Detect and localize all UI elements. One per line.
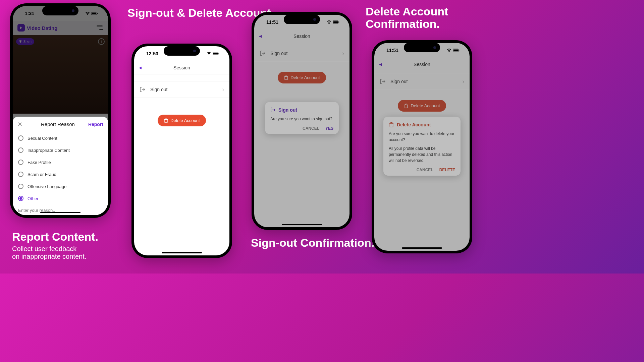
svg-rect-8 (339, 21, 339, 22)
reason-option[interactable]: Sexual Content (13, 132, 108, 144)
phone-report: 1:31 Video Dating (10, 3, 111, 218)
report-sheet: ✕ Report Reason Report Sexual Content In… (13, 117, 108, 215)
caption-title: Report Content. (12, 231, 98, 243)
back-icon[interactable]: ◂ (139, 64, 142, 71)
nav-header: ◂ Session (134, 61, 229, 74)
reason-label: Inappropriate Content (28, 148, 70, 153)
dialog-body-line: All your profile data will be permanentl… (389, 145, 455, 164)
nav-header: ◂ Session (374, 58, 470, 71)
home-indicator[interactable] (282, 224, 322, 225)
reason-label: Scam or Fraud (28, 172, 56, 177)
confirm-button[interactable]: YES (325, 126, 333, 131)
home-indicator[interactable] (402, 247, 442, 249)
delete-account-button[interactable]: Delete Account (398, 100, 446, 112)
dialog-title: Sign out (278, 107, 297, 113)
reason-option[interactable]: Scam or Fraud (13, 168, 108, 180)
delete-label: Delete Account (411, 103, 440, 108)
signout-icon (260, 50, 266, 56)
radio-icon (18, 196, 23, 201)
signout-row[interactable]: Sign out › (134, 81, 229, 98)
reason-option[interactable]: Fake Profile (13, 156, 108, 168)
radio-icon (18, 160, 23, 165)
delete-label: Delete Account (290, 75, 320, 80)
caption-subtitle-1: Collect user feedback (12, 245, 98, 253)
radio-icon (18, 172, 23, 177)
status-icons (207, 52, 219, 55)
status-time: 12:53 (146, 51, 158, 56)
chevron-right-icon: › (342, 50, 344, 57)
chevron-right-icon: › (222, 86, 224, 93)
phone-signout-confirm: 11:51 ◂ Session Sign out › Delete Accoun… (252, 12, 352, 230)
svg-rect-10 (453, 50, 458, 51)
back-icon[interactable]: ◂ (379, 61, 382, 67)
phone-notch (404, 43, 440, 52)
reason-label: Other (28, 196, 39, 201)
phone-session: 12:53 ◂ Session Sign out › Delete Accoun… (131, 44, 232, 258)
delete-button[interactable]: DELETE (439, 168, 455, 172)
sheet-header: ✕ Report Reason Report (13, 117, 108, 132)
delete-label: Delete Account (170, 118, 200, 123)
signout-label: Sign out (390, 79, 458, 84)
caption-text: Sign-out & Delete Account. (127, 7, 274, 19)
delete-dialog: Delete Account Are you sure you want to … (383, 117, 461, 176)
trash-icon (404, 104, 409, 108)
nav-header: ◂ Session (254, 29, 350, 43)
dialog-body: Are you sure you want to sign out? (270, 116, 333, 122)
svg-rect-5 (219, 53, 219, 54)
delete-account-button[interactable]: Delete Account (278, 72, 326, 83)
signout-row[interactable]: Sign out › (254, 45, 350, 62)
nav-title: Session (414, 62, 430, 67)
dialog-body-line: Are you sure you want to delete your acc… (389, 131, 455, 143)
signout-icon (270, 107, 276, 113)
caption-delete-confirm: Delete Account Confirmation. (366, 5, 488, 33)
dialog-title: Delete Account (397, 122, 431, 127)
delete-account-button[interactable]: Delete Account (158, 115, 206, 126)
trash-icon (284, 75, 288, 80)
caption-report: Report Content. Collect user feedback on… (12, 231, 98, 260)
status-icons (327, 20, 339, 24)
back-icon[interactable]: ◂ (259, 33, 262, 39)
trash-icon (164, 118, 168, 123)
signout-row[interactable]: Sign out › (374, 73, 470, 90)
svg-rect-11 (459, 50, 460, 51)
status-time: 11:51 (386, 48, 398, 53)
phone-delete-confirm: 11:51 ◂ Session Sign out › Delete Accoun… (372, 40, 472, 253)
home-indicator[interactable] (162, 252, 202, 253)
reason-list: Sexual Content Inappropriate Content Fak… (13, 132, 108, 215)
phone-notch (42, 6, 78, 15)
reason-option-selected[interactable]: Other (13, 192, 108, 204)
caption-text: Delete Account Confirmation. (366, 5, 488, 31)
cancel-button[interactable]: CANCEL (417, 168, 433, 172)
radio-icon (18, 184, 23, 189)
nav-title: Session (293, 34, 310, 39)
phone-notch (164, 46, 200, 56)
svg-rect-7 (333, 21, 338, 23)
caption-subtitle-2: on inappropriate content. (12, 253, 98, 260)
signout-dialog: Sign out Are you sure you want to sign o… (265, 102, 339, 134)
status-icons (447, 49, 460, 52)
signout-icon (140, 86, 146, 93)
status-time: 11:51 (266, 19, 278, 25)
phone-notch (284, 15, 320, 24)
caption-signout-confirm: Sign-out Confirmation. (251, 237, 374, 251)
signout-label: Sign out (150, 87, 217, 92)
nav-title: Session (173, 65, 190, 70)
trash-icon (389, 122, 394, 127)
signout-icon (380, 78, 386, 84)
chevron-right-icon: › (462, 78, 464, 85)
dialog-body: Are you sure you want to delete your acc… (389, 131, 455, 164)
sheet-title: Report Reason (41, 121, 75, 127)
cancel-button[interactable]: CANCEL (303, 126, 319, 131)
caption-signout-delete: Sign-out & Delete Account. (127, 7, 274, 21)
svg-rect-4 (213, 53, 218, 55)
close-icon[interactable]: ✕ (17, 121, 28, 128)
home-indicator[interactable] (40, 212, 80, 213)
reason-label: Sexual Content (28, 136, 57, 141)
report-button[interactable]: Report (88, 122, 103, 127)
caption-text: Sign-out Confirmation. (251, 237, 374, 249)
reason-input[interactable] (18, 206, 103, 215)
reason-option[interactable]: Inappropriate Content (13, 144, 108, 156)
reason-option[interactable]: Offensive Language (13, 180, 108, 192)
radio-icon (18, 135, 23, 141)
reason-label: Fake Profile (28, 160, 51, 165)
